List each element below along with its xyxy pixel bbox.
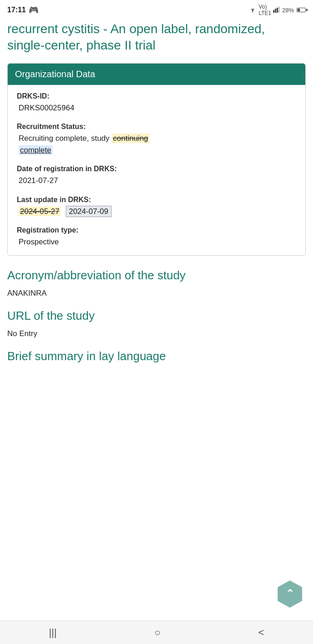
svg-point-0 [252,11,253,12]
last-update-old: 2024-05-27 [19,207,61,216]
nav-recent-apps-button[interactable]: ||| [40,623,66,642]
status-left: 17:11 🎮 [7,5,39,15]
bottom-nav-bar: ||| ○ < [0,620,313,644]
url-section: URL of the study No Entry [7,309,306,338]
brief-summary-section: Brief summary in lay language [7,349,306,363]
wifi-icon [249,6,257,14]
registration-date-label: Date of registration in DRKS: [17,165,296,173]
status-bar: 17:11 🎮 Vo)LTE1 28% [0,0,313,19]
org-card-header: Organizational Data [8,64,305,85]
recruitment-status-label: Recruitment Status: [17,123,296,131]
drks-id-value: DRKS00025964 [17,102,296,114]
page-title: recurrent cystitis - An open label, rand… [7,19,306,54]
drks-id-label: DRKS-ID: [17,92,296,100]
last-update-label: Last update in DRKS: [17,196,296,204]
game-icon: 🎮 [29,5,39,15]
svg-rect-4 [279,6,280,13]
recruitment-status-field: Recruitment Status: Recruiting complete,… [17,123,296,156]
recruitment-text-complete: complete [19,145,53,155]
svg-rect-3 [277,8,278,13]
back-to-top-icon: ⌃ [286,589,294,599]
svg-rect-2 [275,9,276,13]
time-display: 17:11 [7,6,26,14]
back-to-top-button[interactable]: ⌃ [278,580,302,608]
last-update-value: 2024-05-27 2024-07-09 [17,206,296,218]
nav-back-button[interactable]: < [249,623,273,642]
registration-type-value: Prospective [17,236,296,248]
nav-home-button[interactable]: ○ [146,623,170,642]
recruitment-text-plain: Recruiting complete, study [19,134,112,143]
signal-bars-icon [273,6,280,14]
acronym-value: ANAKINRA [7,289,306,298]
acronym-section: Acronym/abbreviation of the study ANAKIN… [7,268,306,298]
recruitment-status-value: Recruiting complete, study continuing co… [17,133,296,156]
signal-text: Vo)LTE1 [259,4,271,16]
org-card-body: DRKS-ID: DRKS00025964 Recruitment Status… [8,85,305,255]
registration-type-field: Registration type: Prospective [17,226,296,248]
registration-date-field: Date of registration in DRKS: 2021-07-27 [17,165,296,187]
last-update-new: 2024-07-09 [66,206,112,217]
org-data-card: Organizational Data DRKS-ID: DRKS0002596… [7,63,306,256]
battery-percent: 28% [282,7,294,14]
registration-type-label: Registration type: [17,226,296,234]
svg-rect-1 [273,10,274,13]
registration-date-value: 2021-07-27 [17,175,296,187]
url-heading: URL of the study [7,309,306,323]
last-update-field: Last update in DRKS: 2024-05-27 2024-07-… [17,196,296,218]
acronym-heading: Acronym/abbreviation of the study [7,268,306,282]
brief-summary-heading: Brief summary in lay language [7,349,306,363]
status-right: Vo)LTE1 28% [249,4,306,16]
battery-icon [296,7,306,14]
url-value: No Entry [7,329,306,338]
drks-id-field: DRKS-ID: DRKS00025964 [17,92,296,114]
recruitment-text-strikethrough: continuing [112,134,150,143]
main-content: recurrent cystitis - An open label, rand… [0,19,313,363]
